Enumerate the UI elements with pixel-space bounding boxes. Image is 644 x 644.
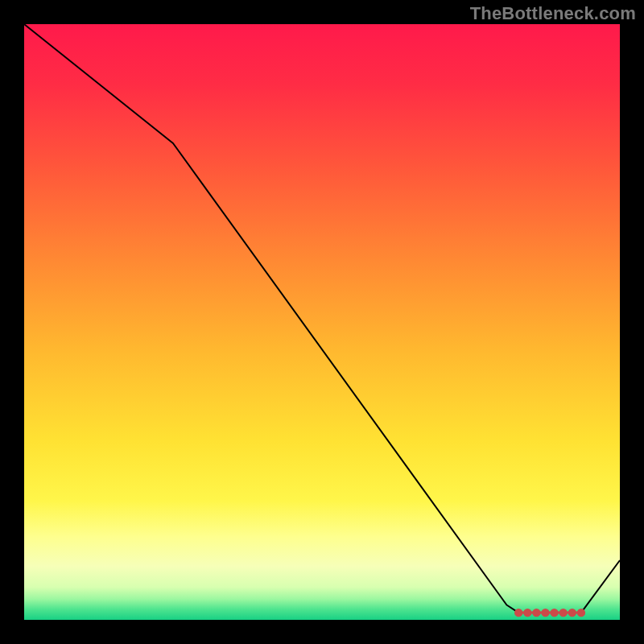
chart-stage: TheBottleneck.com [0, 0, 644, 644]
plot-area [24, 24, 620, 620]
chart-marker [550, 609, 558, 617]
chart-marker [577, 609, 585, 617]
chart-svg [24, 24, 620, 620]
chart-marker [523, 609, 531, 617]
chart-marker [559, 609, 568, 617]
chart-marker [514, 609, 522, 617]
chart-marker [532, 609, 540, 617]
chart-markers [514, 609, 585, 617]
chart-line [24, 24, 620, 613]
chart-marker [568, 609, 576, 617]
chart-marker [541, 609, 549, 617]
watermark-text: TheBottleneck.com [470, 3, 636, 24]
